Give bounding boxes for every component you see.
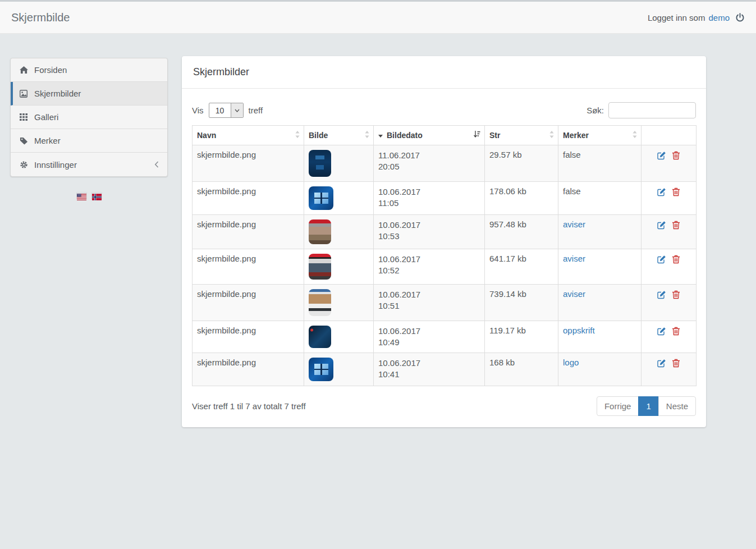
power-icon[interactable] bbox=[735, 13, 745, 22]
logged-in-label: Logget inn som bbox=[648, 13, 705, 22]
screenshot-thumbnail[interactable] bbox=[309, 186, 333, 210]
main-panel: Skjermbilder Vis 10 treff Søk: bbox=[182, 56, 706, 427]
sort-icon bbox=[549, 131, 554, 140]
cell-merker: aviser bbox=[558, 215, 642, 249]
pagination-previous[interactable]: Forrige bbox=[597, 396, 639, 416]
results-info: Viser treff 1 til 7 av totalt 7 treff bbox=[192, 401, 306, 411]
sort-icon bbox=[295, 131, 300, 140]
norway-flag-icon[interactable] bbox=[92, 193, 102, 199]
cell-navn: skjermbilde.png bbox=[193, 182, 304, 215]
chevron-left-icon bbox=[154, 160, 159, 170]
sort-icon bbox=[365, 131, 369, 140]
cell-str: 957.48 kb bbox=[485, 215, 558, 249]
screenshots-table: Navn Bilde Bildedato Str bbox=[192, 125, 697, 386]
search-group: Søk: bbox=[587, 102, 696, 118]
screenshot-thumbnail[interactable] bbox=[309, 150, 331, 177]
chevron-down-icon bbox=[231, 103, 243, 117]
column-header-navn[interactable]: Navn bbox=[193, 126, 304, 145]
sidebar-item-galleri[interactable]: Galleri bbox=[11, 106, 167, 129]
delete-button[interactable] bbox=[672, 151, 680, 160]
sort-icon bbox=[633, 131, 637, 140]
edit-button[interactable] bbox=[657, 151, 666, 160]
cell-navn: skjermbilde.png bbox=[193, 145, 304, 182]
sidebar-item-merker[interactable]: Merker bbox=[11, 129, 167, 153]
merker-tag-link[interactable]: aviser bbox=[563, 289, 585, 299]
edit-button[interactable] bbox=[657, 327, 666, 336]
pagination-page-1[interactable]: 1 bbox=[638, 396, 658, 416]
cell-bildedato: 10.06.201710:41 bbox=[374, 353, 485, 386]
cell-str: 739.14 kb bbox=[485, 285, 558, 321]
table-row: skjermbilde.png 10.06.201710:41 168 kb l… bbox=[193, 353, 697, 386]
cell-merker: oppskrift bbox=[558, 321, 642, 353]
merker-tag-link[interactable]: logo bbox=[563, 358, 579, 367]
user-link[interactable]: demo bbox=[708, 13, 730, 22]
cell-bildedato: 10.06.201710:49 bbox=[374, 321, 485, 353]
us-flag-icon[interactable] bbox=[77, 193, 86, 199]
merker-tag-link[interactable]: oppskrift bbox=[563, 326, 595, 335]
delete-button[interactable] bbox=[672, 359, 680, 368]
column-header-merker[interactable]: Merker bbox=[558, 126, 642, 145]
sidebar-item-label: Merker bbox=[34, 136, 61, 145]
merker-value: false bbox=[563, 186, 581, 196]
column-header-str[interactable]: Str bbox=[485, 126, 558, 145]
navbar-user-area: Logget inn som demo bbox=[648, 13, 745, 22]
screenshot-thumbnail[interactable] bbox=[309, 219, 331, 244]
grid-icon bbox=[19, 113, 28, 122]
screenshot-thumbnail[interactable] bbox=[309, 254, 331, 280]
cell-navn: skjermbilde.png bbox=[193, 215, 304, 249]
sidebar-item-label: Galleri bbox=[34, 112, 58, 122]
page-length-select[interactable]: 10 bbox=[209, 103, 244, 118]
search-input[interactable] bbox=[608, 102, 696, 118]
tag-icon bbox=[19, 136, 28, 145]
cell-bildedato: 10.06.201711:05 bbox=[374, 182, 485, 215]
sidebar-item-forsiden[interactable]: Forsiden bbox=[11, 58, 167, 82]
sidebar-item-skjermbilder[interactable]: Skjermbilder bbox=[11, 82, 167, 106]
sidebar-item-innstillinger[interactable]: Innstillinger bbox=[11, 153, 167, 176]
search-label: Søk: bbox=[587, 106, 604, 115]
edit-button[interactable] bbox=[657, 359, 666, 368]
sort-desc-icon bbox=[474, 131, 480, 140]
language-switcher bbox=[10, 193, 168, 199]
column-header-bildedato[interactable]: Bildedato bbox=[374, 126, 485, 145]
edit-button[interactable] bbox=[657, 187, 666, 196]
cell-bildedato: 11.06.201720:05 bbox=[374, 145, 485, 182]
delete-button[interactable] bbox=[672, 255, 680, 264]
column-header-bilde[interactable]: Bilde bbox=[304, 126, 374, 145]
delete-button[interactable] bbox=[672, 221, 680, 230]
length-menu-prefix: Vis bbox=[192, 106, 204, 115]
merker-tag-link[interactable]: aviser bbox=[563, 219, 585, 229]
pagination-next[interactable]: Neste bbox=[658, 396, 696, 416]
screenshot-thumbnail[interactable] bbox=[309, 289, 331, 316]
page-length-value: 10 bbox=[209, 103, 231, 117]
screenshot-thumbnail[interactable] bbox=[309, 326, 331, 348]
cell-navn: skjermbilde.png bbox=[193, 285, 304, 321]
cell-str: 168 kb bbox=[485, 353, 558, 386]
home-icon bbox=[19, 66, 28, 75]
delete-button[interactable] bbox=[672, 290, 680, 299]
sidebar-item-label: Innstillinger bbox=[34, 160, 77, 170]
table-footer: Viser treff 1 til 7 av totalt 7 treff Fo… bbox=[192, 396, 696, 416]
cell-str: 178.06 kb bbox=[485, 182, 558, 215]
table-row: skjermbilde.png 10.06.201710:49 119.17 k… bbox=[193, 321, 697, 353]
edit-button[interactable] bbox=[657, 255, 666, 264]
merker-tag-link[interactable]: aviser bbox=[563, 254, 585, 263]
cell-navn: skjermbilde.png bbox=[193, 249, 304, 285]
cell-merker: aviser bbox=[558, 285, 642, 321]
caret-down-icon bbox=[378, 135, 383, 138]
cell-navn: skjermbilde.png bbox=[193, 353, 304, 386]
delete-button[interactable] bbox=[672, 187, 680, 196]
edit-button[interactable] bbox=[657, 221, 666, 230]
screenshot-thumbnail[interactable] bbox=[309, 358, 333, 381]
table-row: skjermbilde.png 10.06.201710:53 957.48 k… bbox=[193, 215, 697, 249]
cell-str: 641.17 kb bbox=[485, 249, 558, 285]
sidebar-item-label: Skjermbilder bbox=[34, 89, 81, 98]
cell-merker: false bbox=[558, 145, 642, 182]
cell-bildedato: 10.06.201710:51 bbox=[374, 285, 485, 321]
length-menu: Vis 10 treff bbox=[192, 103, 263, 118]
edit-button[interactable] bbox=[657, 290, 666, 299]
image-icon bbox=[19, 89, 28, 98]
delete-button[interactable] bbox=[672, 327, 680, 336]
cell-merker: logo bbox=[558, 353, 642, 386]
merker-value: false bbox=[563, 150, 581, 159]
table-header-row: Navn Bilde Bildedato Str bbox=[193, 126, 697, 145]
